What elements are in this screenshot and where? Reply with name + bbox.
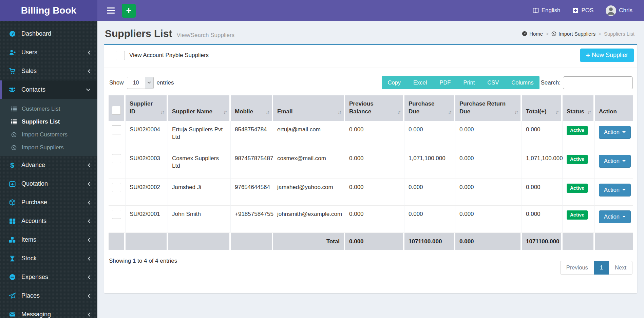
- sidebar-item-accounts[interactable]: Accounts: [0, 212, 97, 230]
- sidebar-item-label: Dashboard: [21, 30, 51, 37]
- column-supplier-name[interactable]: Supplier Name↓↑: [168, 95, 231, 121]
- cell-supplier-id: SU/02/0001: [126, 206, 168, 232]
- sidebar-item-purchase[interactable]: Purchase: [0, 193, 97, 212]
- cell-supplier-id: SU/02/0002: [126, 179, 168, 206]
- cell-purchase-due: 0.000: [404, 179, 455, 206]
- cell-total: 1,071,100.000: [522, 150, 563, 179]
- cell-supplier-name: John Smith: [168, 206, 231, 232]
- column-purchase-due[interactable]: Purchase Due↓↑: [404, 95, 455, 121]
- sidebar-item-stock[interactable]: Stock: [0, 249, 97, 268]
- sidebar-item-expenses[interactable]: Expenses: [0, 268, 97, 286]
- caret-down-icon: [622, 189, 626, 191]
- pagination-previous-button[interactable]: Previous: [560, 261, 594, 275]
- csv-button[interactable]: CSV: [481, 76, 505, 89]
- home-dashboard-icon: [522, 31, 527, 36]
- sidebar-item-import-suppliers[interactable]: Import Suppliers: [0, 141, 97, 154]
- sidebar-item-quotation[interactable]: Quotation: [0, 174, 97, 193]
- search-input[interactable]: [563, 76, 633, 89]
- sidebar-item-label: Messaging: [21, 311, 51, 318]
- arrow-circle-icon: [11, 145, 17, 150]
- sidebar-item-sales[interactable]: Sales: [0, 62, 97, 80]
- chevron-left-icon: [88, 163, 91, 168]
- cell-mobile: 987457875487: [231, 150, 273, 179]
- sidebar-item-label: Advance: [21, 162, 45, 169]
- chevron-left-icon: [88, 50, 91, 55]
- cell-previous-balance: 0.000: [345, 206, 404, 232]
- column-previous-balance[interactable]: Previous Balance↓↑: [345, 95, 404, 121]
- app-logo[interactable]: Billing Book: [0, 0, 97, 21]
- cell-supplier-id: SU/02/0003: [126, 150, 168, 179]
- status-badge: Active: [567, 155, 588, 164]
- sidebar-item-items[interactable]: Items: [0, 230, 97, 249]
- chevron-left-icon: [88, 238, 91, 242]
- row-checkbox[interactable]: [112, 210, 121, 219]
- cell-previous-balance: 0.000: [345, 121, 404, 150]
- cell-supplier-id: SU/02/0004: [126, 121, 168, 150]
- breadcrumb-separator: >: [546, 31, 549, 37]
- breadcrumb-import-suppliers[interactable]: Import Suppliers: [551, 31, 595, 37]
- sidebar-item-label: Places: [21, 292, 40, 299]
- language-switcher[interactable]: English: [533, 7, 561, 14]
- sort-icon: ↓↑: [448, 109, 451, 115]
- show-label: Show: [109, 79, 124, 86]
- column-mobile[interactable]: Mobile↓↑: [231, 95, 273, 121]
- row-checkbox[interactable]: [112, 183, 121, 192]
- copy-button[interactable]: Copy: [382, 76, 408, 89]
- chevron-down-icon: [86, 88, 91, 91]
- suppliers-card: View Account Payble Suppliers + New Supp…: [104, 44, 637, 293]
- excel-button[interactable]: Excel: [407, 76, 433, 89]
- user-menu[interactable]: Chris: [606, 5, 632, 16]
- pagination-page-1-button[interactable]: 1: [594, 261, 609, 275]
- action-button[interactable]: Action: [599, 126, 631, 139]
- print-button[interactable]: Print: [457, 76, 481, 89]
- pos-label: POS: [581, 7, 593, 14]
- pagination-next-button[interactable]: Next: [609, 261, 632, 275]
- cell-previous-balance: 0.000: [345, 150, 404, 179]
- columns-button[interactable]: Columns: [505, 76, 539, 89]
- list-icon: [11, 106, 17, 112]
- sidebar-toggle-button[interactable]: [105, 4, 117, 17]
- cell-supplier-name: Ertuja Suppliers Pvt Ltd: [168, 121, 231, 150]
- chevron-left-icon: [88, 275, 91, 280]
- row-checkbox[interactable]: [112, 154, 121, 163]
- cell-mobile: 8548754784: [231, 121, 273, 150]
- sidebar-item-customers-list[interactable]: Customers List: [0, 102, 97, 115]
- sidebar-item-label: Items: [21, 236, 36, 243]
- sidebar-item-users[interactable]: Users: [0, 43, 97, 62]
- cell-purchase-return-due: 0.000: [455, 206, 522, 232]
- column-email[interactable]: Email↓↑: [273, 95, 345, 121]
- table-header-row: Supplier ID↓↑ Supplier Name↓↑ Mobile↓↑ E…: [109, 95, 633, 121]
- breadcrumb-home[interactable]: Home: [522, 31, 543, 37]
- column-total[interactable]: Total(+)↓↑: [522, 95, 563, 121]
- quick-add-button[interactable]: +: [122, 4, 136, 18]
- sidebar-item-messaging[interactable]: Messaging: [0, 305, 97, 318]
- status-badge: Active: [567, 126, 588, 135]
- sidebar-item-suppliers-list[interactable]: Suppliers List: [0, 115, 97, 128]
- column-purchase-return-due[interactable]: Purchase Return Due↓↑: [455, 95, 522, 121]
- row-checkbox[interactable]: [112, 125, 121, 134]
- action-button[interactable]: Action: [599, 210, 631, 223]
- sidebar-item-advance[interactable]: $ Advance: [0, 156, 97, 174]
- new-supplier-button[interactable]: + New Supplier: [580, 49, 634, 62]
- payable-suppliers-checkbox[interactable]: [116, 51, 125, 60]
- sidebar-item-contacts[interactable]: Contacts: [0, 80, 97, 99]
- sidebar-item-dashboard[interactable]: Dashboard: [0, 24, 97, 43]
- sidebar-item-places[interactable]: Places: [0, 286, 97, 305]
- entries-select[interactable]: 10: [127, 77, 154, 89]
- search-label: Search:: [541, 79, 561, 86]
- sidebar-item-import-customers[interactable]: Import Customers: [0, 128, 97, 141]
- cell-purchase-return-due: 0.000: [455, 150, 522, 179]
- sidebar-item-label: Users: [21, 49, 37, 56]
- action-button[interactable]: Action: [599, 155, 631, 168]
- envelope-icon: [8, 311, 16, 318]
- pos-button[interactable]: POS: [572, 7, 593, 14]
- cell-purchase-due: 0.000: [404, 121, 455, 150]
- entries-label: entries: [157, 79, 174, 86]
- column-status[interactable]: Status↓↑: [563, 95, 595, 121]
- hamburger-icon: [107, 7, 115, 9]
- action-button[interactable]: Action: [599, 184, 631, 197]
- pdf-button[interactable]: PDF: [433, 76, 457, 89]
- column-supplier-id[interactable]: Supplier ID↓↑: [126, 95, 168, 121]
- chevron-down-icon: [145, 77, 153, 89]
- select-all-checkbox[interactable]: [112, 106, 121, 115]
